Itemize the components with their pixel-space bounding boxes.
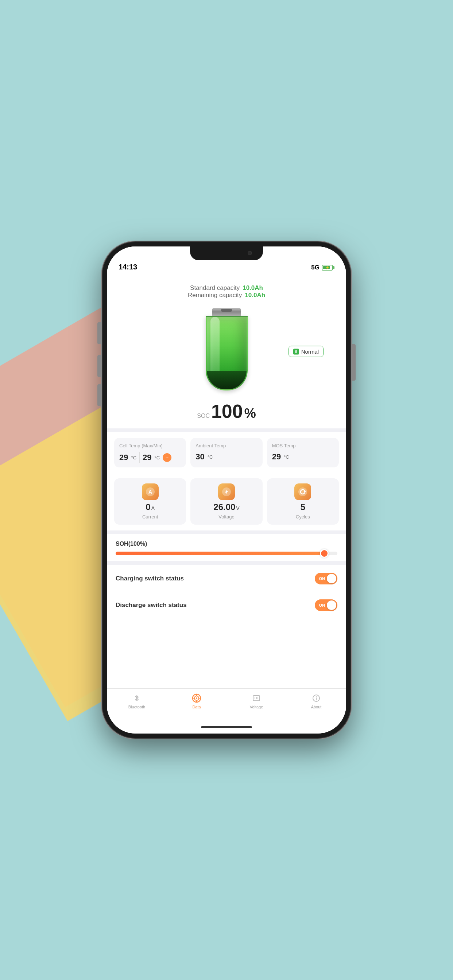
mos-temp-card: MOS Temp 29 °C [267, 438, 339, 468]
voltage-unit: V [236, 505, 239, 511]
charging-switch-state: ON [319, 576, 325, 581]
main-content: Standard capacity 10.0Ah Remaining capac… [107, 275, 346, 688]
soh-section: SOH(100%) [107, 535, 346, 561]
remaining-capacity-row: Remaining capacity 10.0Ah [188, 292, 265, 299]
remaining-capacity-label: Remaining capacity [188, 292, 242, 299]
soh-header: SOH(100%) [116, 541, 337, 547]
status-5g: 5G [311, 264, 319, 271]
current-unit: A [152, 505, 155, 511]
voltage-value: 26.00 [214, 503, 235, 512]
voltage-nav-icon [251, 693, 262, 703]
phone-screen: 14:13 5G ⚡ Standard capacity [107, 247, 346, 733]
battery-visual-area: B Normal [118, 308, 335, 395]
cell-temp-min: 29 [143, 453, 152, 462]
cell-temp-min-unit: °C [155, 455, 160, 460]
bluetooth-icon [132, 693, 142, 703]
cell-temp-max: 29 [119, 453, 128, 462]
ambient-temp-label: Ambient Temp [196, 443, 257, 449]
normal-text: Normal [301, 348, 319, 355]
status-right: 5G ⚡ [311, 264, 335, 271]
divider-1 [107, 428, 346, 432]
current-icon: A [142, 484, 159, 500]
home-indicator [107, 721, 346, 733]
ambient-temp-values: 30 °C [196, 452, 257, 461]
ambient-temp-value: 30 [196, 452, 204, 461]
cell-temp-label: Cell Temp.(Max/Min) [119, 443, 181, 449]
ambient-temp-unit: °C [207, 454, 213, 460]
divider-2 [107, 530, 346, 534]
nav-item-data[interactable]: Data [167, 693, 226, 709]
soh-label: SOH(100%) [116, 541, 147, 547]
current-stat-card: A 0 A Current [114, 478, 186, 525]
standard-capacity-row: Standard capacity 10.0Ah [190, 285, 263, 292]
soh-bar-fill [116, 552, 327, 555]
discharge-toggle-knob [327, 600, 336, 610]
battery-top-cap [212, 308, 241, 316]
switch-section: Charging switch status ON Discharge swit… [107, 565, 346, 618]
battery-tip [333, 266, 335, 269]
battery-body: ⚡ [322, 265, 333, 270]
about-icon [311, 693, 321, 703]
discharge-switch-row: Discharge switch status ON [116, 592, 337, 618]
status-bar: 14:13 5G ⚡ [107, 247, 346, 275]
discharge-switch-label: Discharge switch status [116, 601, 187, 609]
soc-label: SOC [197, 413, 210, 419]
cycles-stat-card: 5 Cycles [267, 478, 339, 525]
capacity-info: Standard capacity 10.0Ah Remaining capac… [118, 285, 335, 299]
mos-temp-values: 29 °C [272, 452, 334, 461]
normal-dot-icon: B [293, 348, 299, 355]
nav-item-voltage[interactable]: Voltage [226, 693, 286, 709]
mos-temp-value: 29 [272, 452, 281, 461]
battery-cylinder [205, 308, 248, 395]
ambient-temp-card: Ambient Temp 30 °C [190, 438, 262, 468]
standard-capacity-label: Standard capacity [190, 285, 239, 292]
notch [190, 247, 263, 260]
battery-bolt: ⚡ [325, 266, 329, 269]
bottom-nav: Bluetooth Data [107, 688, 346, 721]
nav-label-about: About [311, 705, 322, 709]
svg-point-8 [196, 697, 197, 699]
temp-section: Cell Temp.(Max/Min) 29 °C 29 °C → Ambien… [107, 432, 346, 473]
soc-value: 100 [211, 402, 243, 421]
battery-section: Standard capacity 10.0Ah Remaining capac… [107, 275, 346, 428]
home-bar [201, 726, 252, 728]
charging-toggle-knob [327, 574, 336, 583]
mos-temp-unit: °C [284, 454, 289, 460]
standard-capacity-value: 10.0Ah [242, 285, 263, 292]
cycles-label: Cycles [296, 514, 310, 520]
nav-item-about[interactable]: About [286, 693, 346, 709]
discharge-switch-toggle[interactable]: ON [315, 600, 337, 611]
cycles-value: 5 [301, 503, 305, 512]
soh-bar-container [116, 552, 337, 555]
voltage-icon [218, 484, 235, 500]
cell-temp-values: 29 °C 29 °C → [119, 452, 181, 463]
stats-section: A 0 A Current [107, 474, 346, 530]
charging-switch-label: Charging switch status [116, 575, 184, 582]
cycles-icon [294, 484, 311, 500]
nav-label-data: Data [192, 705, 201, 709]
svg-text:A: A [148, 489, 152, 495]
discharge-switch-state: ON [319, 603, 325, 608]
nav-label-bluetooth: Bluetooth [128, 705, 145, 709]
battery-body-cylinder [206, 316, 248, 390]
notch-camera [248, 251, 252, 255]
phone-shell: 14:13 5G ⚡ Standard capacity [102, 242, 351, 738]
voltage-stat-card: 26.00 V Voltage [190, 478, 262, 525]
svg-point-19 [316, 696, 317, 697]
temp-divider [139, 452, 140, 463]
nav-item-bluetooth[interactable]: Bluetooth [107, 693, 167, 709]
cell-temp-card: Cell Temp.(Max/Min) 29 °C 29 °C → [114, 438, 186, 468]
remaining-capacity-value: 10.0Ah [245, 292, 265, 299]
charging-switch-toggle[interactable]: ON [315, 573, 337, 584]
charging-switch-row: Charging switch status ON [116, 565, 337, 592]
mos-temp-label: MOS Temp [272, 443, 334, 449]
soc-percent: % [244, 406, 256, 421]
voltage-label: Voltage [219, 514, 234, 520]
status-time: 14:13 [118, 263, 137, 271]
battery-bottom-ring [207, 371, 248, 390]
cell-temp-max-unit: °C [131, 455, 136, 460]
current-label: Current [142, 514, 158, 520]
normal-badge: B Normal [289, 346, 324, 357]
nav-label-voltage: Voltage [250, 705, 263, 709]
soc-display: SOC 100 % [197, 402, 256, 421]
